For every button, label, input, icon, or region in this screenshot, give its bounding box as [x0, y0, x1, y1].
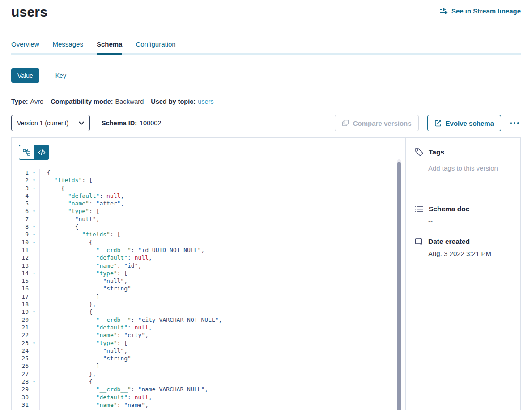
code-text: "name": "city", [39, 331, 405, 339]
version-select-value: Version 1 (current) [17, 120, 68, 127]
type-value: Avro [30, 98, 44, 105]
code-text: "type": [ [39, 269, 405, 277]
fold-toggle-icon[interactable]: ▾ [29, 207, 39, 215]
tab-configuration[interactable]: Configuration [136, 40, 175, 55]
code-text: "default": null, [39, 393, 405, 401]
tree-view-button[interactable] [19, 145, 34, 160]
line-number: 21 [12, 324, 29, 331]
code-text: "__crdb__": "id UUID NOT NULL", [39, 246, 405, 254]
fold-spacer [29, 215, 39, 223]
fold-toggle-icon[interactable]: ▾ [29, 184, 39, 192]
fold-toggle-icon[interactable]: ▾ [29, 169, 39, 176]
fold-spacer [29, 362, 39, 370]
tags-input[interactable] [428, 163, 511, 175]
line-number: 3 [12, 184, 29, 192]
code-text: { [39, 308, 405, 316]
sidebar-divider [415, 187, 511, 187]
schema-detail-container: 1▾{2▾ "fields": [3▾ {4 "default": null,5… [11, 137, 521, 410]
code-line: 16 "string" [12, 285, 405, 292]
meta-compatibility: Compatibility mode: Backward [51, 98, 144, 105]
code-text: "null", [39, 347, 405, 354]
key-toggle-button[interactable]: Key [49, 68, 72, 83]
stream-lineage-link[interactable]: See in Stream lineage [440, 7, 521, 15]
code-text: "string" [39, 354, 405, 362]
line-number: 31 [12, 401, 29, 409]
fold-spacer [29, 192, 39, 200]
schema-page: users See in Stream lineage Overview Mes… [0, 0, 532, 410]
fold-spacer [29, 200, 39, 207]
code-line: 18 }, [12, 300, 405, 308]
edit-icon [434, 120, 442, 127]
line-number: 30 [12, 393, 29, 401]
line-number: 14 [12, 269, 29, 277]
editor-scrollbar-track [397, 159, 401, 410]
evolve-schema-label: Evolve schema [446, 120, 494, 127]
editor-scrollbar[interactable] [397, 162, 401, 410]
fold-toggle-icon[interactable]: ▾ [29, 308, 39, 316]
ellipsis-icon [510, 122, 512, 124]
topic-link[interactable]: users [198, 98, 213, 105]
code-text: { [39, 169, 405, 176]
code-text: "__crdb__": "name VARCHAR NULL", [39, 385, 405, 393]
fold-toggle-icon[interactable]: ▾ [29, 176, 39, 184]
schema-meta: Type: Avro Compatibility mode: Backward … [11, 98, 521, 105]
line-number: 20 [12, 316, 29, 324]
doc-list-icon [415, 205, 423, 213]
code-text: "fields": [ [39, 176, 405, 184]
schema-editor-panel: 1▾{2▾ "fields": [3▾ {4 "default": null,5… [12, 138, 405, 410]
topbar: users See in Stream lineage [11, 4, 521, 20]
used-by-topic-label: Used by topic: [151, 98, 196, 105]
version-select[interactable]: Version 1 (current) [11, 115, 90, 131]
compare-versions-button[interactable]: Compare versions [335, 115, 419, 131]
tab-messages[interactable]: Messages [53, 40, 83, 55]
line-number: 6 [12, 207, 29, 215]
fold-toggle-icon[interactable]: ▾ [29, 339, 39, 347]
fold-toggle-icon[interactable]: ▾ [29, 231, 39, 238]
fold-spacer [29, 370, 39, 378]
code-text: "default": null, [39, 192, 405, 200]
tab-overview[interactable]: Overview [11, 40, 39, 55]
evolve-schema-button[interactable]: Evolve schema [427, 115, 501, 131]
copy-icon [342, 120, 349, 127]
code-line: 8▾ { [12, 223, 405, 231]
code-text: "null", [39, 277, 405, 285]
code-line: 9▾ "fields": [ [12, 231, 405, 238]
tab-bar: Overview Messages Schema Configuration [11, 40, 521, 55]
code-text: { [39, 223, 405, 231]
fold-spacer [29, 354, 39, 362]
line-number: 28 [12, 378, 29, 385]
fold-spacer [29, 293, 39, 300]
tab-schema[interactable]: Schema [97, 40, 123, 55]
code-view-button[interactable] [34, 145, 49, 160]
code-text: "type": [ [39, 207, 405, 215]
code-line: 30 "default": null, [12, 393, 405, 401]
line-number: 19 [12, 308, 29, 316]
code-line: 27 }, [12, 370, 405, 378]
date-created-heading-row: Date created [415, 237, 511, 246]
compatibility-value: Backward [115, 98, 144, 105]
code-text: "null", [39, 215, 405, 223]
line-number: 13 [12, 262, 29, 269]
line-number: 12 [12, 254, 29, 261]
value-toggle-button[interactable]: Value [11, 68, 39, 83]
line-number: 15 [12, 277, 29, 285]
code-text: }, [39, 300, 405, 308]
fold-toggle-icon[interactable]: ▾ [29, 223, 39, 231]
fold-spacer [29, 246, 39, 254]
code-text: ] [39, 362, 405, 370]
fold-toggle-icon[interactable]: ▾ [29, 378, 39, 385]
tags-heading-row: Tags [415, 148, 511, 156]
serde-toggle: Value Key [11, 68, 521, 83]
line-number: 1 [12, 169, 29, 176]
fold-toggle-icon[interactable]: ▾ [29, 239, 39, 246]
fold-spacer [29, 324, 39, 331]
date-created-value: Aug. 3 2022 3:21 PM [428, 250, 511, 257]
schema-id-label: Schema ID: [102, 120, 137, 127]
fold-toggle-icon[interactable]: ▾ [29, 269, 39, 277]
line-number: 23 [12, 339, 29, 347]
code-line: 24 "null", [12, 347, 405, 354]
line-number: 5 [12, 200, 29, 207]
code-line: 2▾ "fields": [ [12, 176, 405, 184]
more-options-button[interactable] [508, 120, 521, 127]
fold-spacer [29, 262, 39, 269]
